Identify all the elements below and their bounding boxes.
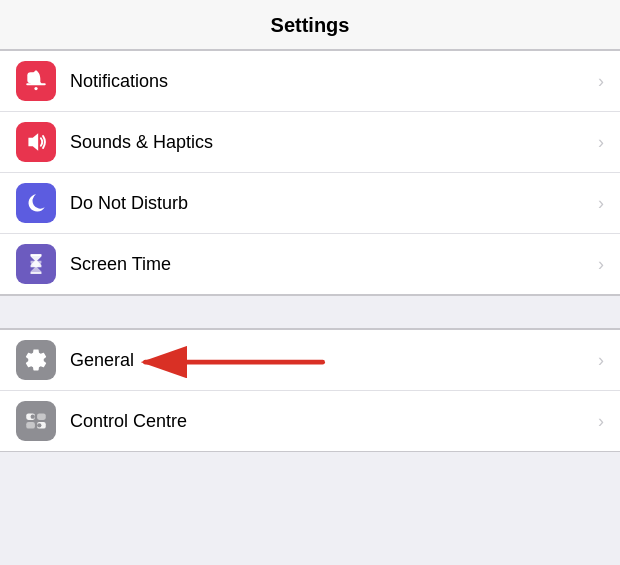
settings-row-dnd[interactable]: Do Not Disturb › (0, 173, 620, 234)
sounds-icon (23, 129, 49, 155)
svg-point-11 (31, 415, 35, 419)
svg-rect-3 (26, 83, 46, 85)
sounds-icon-wrap (16, 122, 56, 162)
svg-rect-5 (31, 254, 42, 256)
screentime-icon-wrap (16, 244, 56, 284)
dnd-icon (23, 190, 49, 216)
svg-rect-8 (37, 413, 46, 420)
svg-point-2 (34, 87, 37, 90)
notifications-icon-wrap (16, 61, 56, 101)
svg-point-12 (37, 423, 41, 427)
general-chevron: › (598, 350, 604, 371)
gear-icon (23, 347, 49, 373)
controlcentre-label: Control Centre (70, 411, 590, 432)
settings-group-2: General › Control Centre › (0, 329, 620, 452)
notifications-label: Notifications (70, 71, 590, 92)
settings-group-1: Notifications › Sounds & Haptics › Do No… (0, 50, 620, 295)
controlcentre-icon (23, 408, 49, 434)
screentime-chevron: › (598, 254, 604, 275)
sounds-label: Sounds & Haptics (70, 132, 590, 153)
controlcentre-chevron: › (598, 411, 604, 432)
settings-row-notifications[interactable]: Notifications › (0, 51, 620, 112)
section-divider (0, 295, 620, 329)
screentime-icon (23, 251, 49, 277)
settings-row-controlcentre[interactable]: Control Centre › (0, 391, 620, 451)
dnd-chevron: › (598, 193, 604, 214)
controlcentre-icon-wrap (16, 401, 56, 441)
notifications-chevron: › (598, 71, 604, 92)
general-icon-wrap (16, 340, 56, 380)
general-label: General (70, 350, 590, 371)
sounds-chevron: › (598, 132, 604, 153)
page-title: Settings (271, 14, 350, 36)
dnd-icon-wrap (16, 183, 56, 223)
notifications-icon (23, 68, 49, 94)
dnd-label: Do Not Disturb (70, 193, 590, 214)
screentime-label: Screen Time (70, 254, 590, 275)
settings-row-sounds[interactable]: Sounds & Haptics › (0, 112, 620, 173)
settings-row-general[interactable]: General › (0, 330, 620, 391)
settings-row-screentime[interactable]: Screen Time › (0, 234, 620, 294)
svg-rect-9 (26, 422, 35, 429)
app-header: Settings (0, 0, 620, 50)
svg-marker-4 (28, 133, 38, 150)
